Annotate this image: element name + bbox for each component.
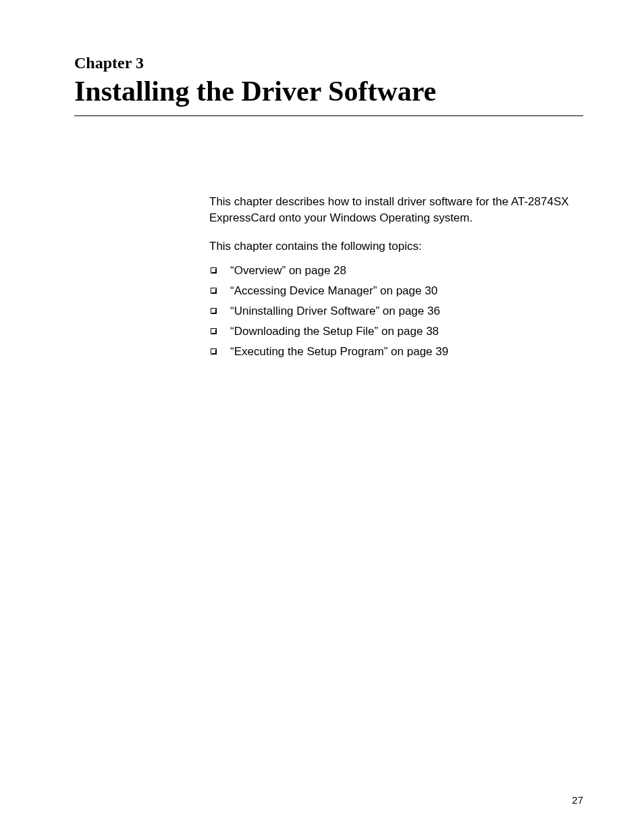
content-block: This chapter describes how to install dr… <box>209 194 583 359</box>
topic-text: “Overview” on page 28 <box>230 264 346 278</box>
list-item: “Uninstalling Driver Software” on page 3… <box>209 305 583 318</box>
topic-text: “Uninstalling Driver Software” on page 3… <box>230 305 440 318</box>
list-item: “Executing the Setup Program” on page 39 <box>209 345 583 359</box>
list-item: “Overview” on page 28 <box>209 264 583 278</box>
list-item: “Downloading the Setup File” on page 38 <box>209 325 583 338</box>
page-number: 27 <box>572 794 583 806</box>
document-page: Chapter 3 Installing the Driver Software… <box>0 0 644 406</box>
intro-paragraph: This chapter describes how to install dr… <box>209 194 583 226</box>
bullet-icon <box>211 267 217 273</box>
bullet-icon <box>211 288 217 294</box>
topic-text: “Accessing Device Manager” on page 30 <box>230 284 437 298</box>
bullet-icon <box>211 308 217 314</box>
chapter-label: Chapter 3 <box>74 54 583 72</box>
topic-text: “Downloading the Setup File” on page 38 <box>230 325 439 338</box>
topics-label: This chapter contains the following topi… <box>209 240 583 253</box>
topic-text: “Executing the Setup Program” on page 39 <box>230 345 448 359</box>
topics-list: “Overview” on page 28 “Accessing Device … <box>209 264 583 359</box>
chapter-title: Installing the Driver Software <box>74 75 583 116</box>
bullet-icon <box>211 348 217 355</box>
bullet-icon <box>211 328 217 334</box>
list-item: “Accessing Device Manager” on page 30 <box>209 284 583 298</box>
